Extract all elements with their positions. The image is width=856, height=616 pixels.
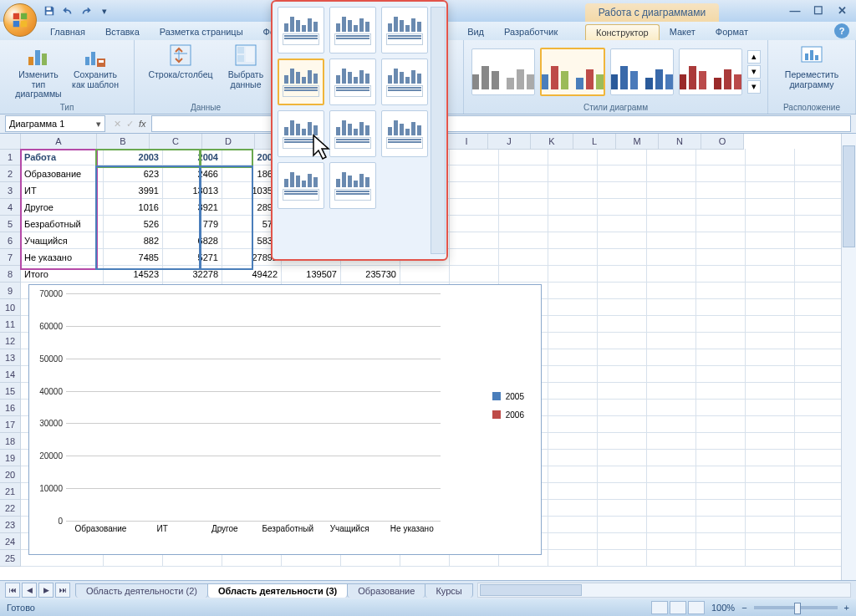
row-header[interactable]: 7 [0,249,21,266]
sheet-nav-next[interactable]: ▶ [38,583,54,598]
cell[interactable] [647,533,696,550]
cell[interactable] [746,316,795,333]
cell[interactable] [746,216,795,232]
cell[interactable] [647,216,696,232]
cell[interactable] [795,165,844,182]
cell[interactable] [499,165,548,182]
select-data-button[interactable]: Выбрать данные [223,42,268,89]
layout-option-3[interactable] [381,7,428,53]
cell[interactable] [696,349,746,366]
cell[interactable] [647,466,696,483]
cell[interactable]: 2466 [163,165,222,182]
cell[interactable] [696,550,746,567]
cell[interactable]: 7485 [104,249,163,266]
horizontal-scrollbar[interactable] [477,583,851,598]
cell[interactable] [746,533,795,550]
chart-style-4[interactable] [679,48,742,95]
cell[interactable] [450,149,499,165]
cell[interactable] [746,400,795,416]
sheet-tab-3[interactable]: Образование [347,583,425,598]
cell[interactable] [696,400,746,416]
column-header-N[interactable]: N [659,134,701,150]
cell[interactable]: 6828 [163,232,222,249]
column-header-M[interactable]: M [616,134,659,150]
cell[interactable]: 5271 [163,249,222,266]
cell[interactable] [548,500,598,517]
cell[interactable] [647,249,696,266]
qat-customize[interactable]: ▾ [97,3,112,18]
name-box-dropdown-icon[interactable]: ▾ [96,119,101,130]
cell[interactable] [795,366,844,383]
cell[interactable] [795,333,844,349]
cell[interactable] [746,249,795,266]
row-header[interactable]: 23 [0,517,21,533]
cell[interactable] [499,232,548,249]
cell[interactable] [548,216,598,232]
move-chart-button[interactable]: Переместить диаграмму [778,42,845,89]
cell[interactable] [647,433,696,450]
tab-format[interactable]: Формат [706,24,758,40]
column-header-D[interactable]: D [202,134,255,150]
close-button[interactable]: ✕ [833,3,851,17]
chart-style-3[interactable] [610,48,674,95]
cell[interactable] [746,349,795,366]
cell[interactable] [598,216,647,232]
cell[interactable] [746,416,795,433]
layout-option-5[interactable] [329,59,376,105]
row-header[interactable]: 1 [0,149,21,165]
row-header[interactable]: 11 [0,316,21,333]
cell[interactable] [598,450,647,466]
cell[interactable] [647,416,696,433]
cell[interactable] [746,500,795,517]
styles-scroll-down[interactable]: ▾ [747,65,761,79]
chart-style-1[interactable] [471,48,535,95]
row-header[interactable]: 10 [0,299,21,316]
cell[interactable] [795,249,844,266]
cell[interactable]: 623 [104,165,163,182]
cell[interactable] [548,199,598,216]
row-header[interactable]: 17 [0,416,21,433]
help-button[interactable]: ? [834,23,849,38]
cell[interactable] [696,149,746,165]
cancel-formula-icon[interactable]: ✕ [114,119,121,130]
cell[interactable] [795,400,844,416]
cell[interactable]: 14523 [104,266,163,283]
cell[interactable] [647,366,696,383]
cell[interactable] [598,383,647,400]
cell[interactable]: 882 [104,232,163,249]
cell[interactable] [696,266,746,283]
row-header[interactable]: 21 [0,483,21,500]
cell[interactable] [746,165,795,182]
cell[interactable] [499,216,548,232]
cell[interactable]: Не указано [21,249,104,266]
column-header-A[interactable]: A [21,134,97,150]
cell[interactable] [795,500,844,517]
cell[interactable]: Другое [21,199,104,216]
cell[interactable]: 139507 [282,266,341,283]
redo-button[interactable] [79,3,94,18]
cell[interactable] [499,249,548,266]
cell[interactable] [499,199,548,216]
cell[interactable] [795,466,844,483]
cell[interactable]: 779 [163,216,222,232]
zoom-slider[interactable] [754,606,838,609]
cell[interactable] [795,416,844,433]
cell[interactable] [598,433,647,450]
switch-row-column-button[interactable]: Строка/столбец [143,42,218,80]
cell[interactable] [647,450,696,466]
cell[interactable]: Учащийся [21,232,104,249]
cell[interactable] [450,165,499,182]
layout-option-2[interactable] [329,7,376,53]
cell[interactable] [598,500,647,517]
column-header-C[interactable]: C [150,134,202,150]
cell[interactable] [548,533,598,550]
column-header-O[interactable]: O [701,134,744,150]
styles-more[interactable]: ▾ [747,80,761,94]
row-header[interactable]: 8 [0,266,21,283]
cell[interactable] [696,416,746,433]
cell[interactable] [598,316,647,333]
cell[interactable] [696,383,746,400]
vertical-scrollbar[interactable] [841,134,856,581]
cell[interactable] [647,299,696,316]
cell[interactable] [450,232,499,249]
